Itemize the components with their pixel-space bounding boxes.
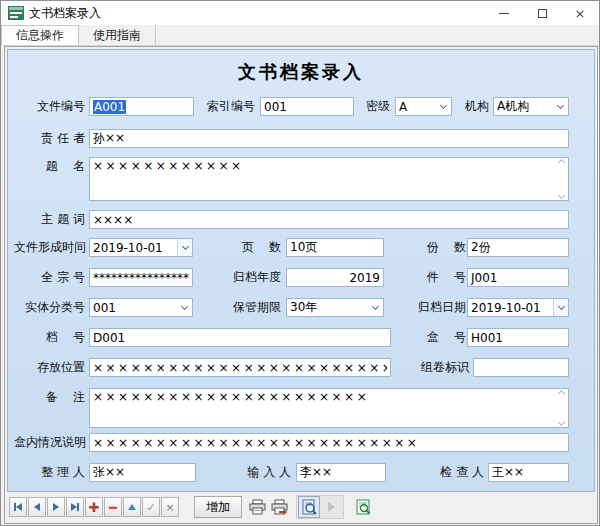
file-code-field[interactable] — [89, 328, 391, 347]
file-code-label: 档 号 — [8, 328, 85, 347]
content-frame: 文书档案录入 文件编号 A001 索引编号 密级 A 机构 A机构 责 任 者 … — [4, 46, 598, 524]
chevron-down-icon — [557, 102, 564, 109]
scroll-down-icon — [558, 419, 565, 426]
form-time-label: 文件形成时间 — [8, 238, 86, 257]
remark-scrollbar[interactable] — [555, 389, 568, 427]
inputter-label: 输 入 人 — [214, 463, 291, 482]
doc-title-textarea[interactable]: ×××××××××××× — [89, 157, 569, 201]
doc-title-scrollbar[interactable] — [555, 158, 568, 200]
form-time-datepicker[interactable]: 2019-10-01 — [89, 238, 193, 257]
print-preview-button[interactable] — [298, 496, 320, 518]
archive-year-label: 归档年度 — [204, 268, 281, 287]
play-icon — [328, 502, 335, 512]
remark-textarea[interactable]: ×××××××××××××××××××××× — [89, 388, 569, 428]
box-desc-field[interactable] — [89, 433, 569, 452]
insert-record-button[interactable]: ✚ — [85, 497, 103, 517]
entity-class-select[interactable]: 001 — [89, 298, 193, 317]
printer-export-icon — [271, 499, 288, 515]
fonds-no-field[interactable] — [89, 268, 193, 287]
cancel-edit-button[interactable]: × — [161, 497, 179, 517]
copies-label: 份 数 — [389, 238, 466, 257]
box-no-field[interactable] — [467, 328, 569, 347]
next-record-icon — [53, 503, 59, 511]
org-select[interactable]: A机构 — [493, 97, 569, 116]
index-no-label: 索引编号 — [178, 97, 255, 116]
first-record-button[interactable] — [9, 497, 27, 517]
edit-icon — [128, 504, 136, 510]
play-disabled-button[interactable] — [320, 496, 342, 518]
prior-record-button[interactable] — [28, 497, 46, 517]
scroll-up-icon — [558, 390, 565, 397]
pages-field[interactable] — [286, 238, 384, 257]
responsible-field[interactable] — [89, 129, 569, 148]
item-no-field[interactable] — [467, 268, 569, 287]
maximize-button[interactable] — [523, 1, 561, 25]
location-label: 存放位置 — [8, 358, 85, 377]
prior-record-icon — [34, 503, 40, 511]
entity-class-label: 实体分类号 — [8, 298, 85, 317]
chevron-down-icon — [181, 243, 188, 250]
location-field[interactable] — [89, 358, 391, 377]
keywords-label: 主 题 词 — [8, 210, 85, 229]
preview-group — [296, 495, 344, 519]
retention-label: 保管期限 — [204, 298, 281, 317]
datepicker-dropdown-button[interactable] — [553, 299, 568, 316]
form-title: 文书档案录入 — [8, 60, 594, 84]
file-no-label: 文件编号 — [8, 97, 85, 116]
chevron-down-icon — [181, 303, 188, 310]
pages-label: 页 数 — [204, 238, 281, 257]
item-no-label: 件 号 — [389, 268, 466, 287]
check-icon: ✓ — [146, 502, 155, 513]
datepicker-dropdown-button[interactable] — [177, 239, 192, 256]
plus-icon: ✚ — [89, 501, 100, 514]
archive-date-label: 归档日期 — [389, 298, 466, 317]
report-magnifier-icon — [355, 499, 372, 515]
form-panel: 文书档案录入 文件编号 A001 索引编号 密级 A 机构 A机构 责 任 者 … — [7, 49, 595, 492]
report-preview-button[interactable] — [352, 496, 374, 518]
org-label: 机构 — [432, 97, 489, 116]
keywords-field[interactable] — [89, 210, 569, 229]
edit-record-button[interactable] — [123, 497, 141, 517]
minus-icon: ━ — [109, 501, 117, 514]
remark-label: 备 注 — [8, 388, 85, 407]
chevron-down-icon — [372, 303, 379, 310]
group-flag-field[interactable] — [473, 358, 569, 377]
printer-icon — [249, 499, 266, 515]
retention-select[interactable]: 30年 — [286, 298, 384, 317]
add-button[interactable]: 增加 — [194, 496, 242, 518]
secret-label: 密级 — [338, 97, 390, 116]
fonds-no-label: 全 宗 号 — [8, 268, 85, 287]
scroll-up-icon — [558, 159, 565, 166]
minimize-icon — [499, 13, 509, 14]
archive-date-datepicker[interactable]: 2019-10-01 — [467, 298, 569, 317]
scroll-down-icon — [558, 192, 565, 199]
delete-record-button[interactable]: ━ — [104, 497, 122, 517]
close-icon: × — [575, 7, 586, 20]
organizer-label: 整 理 人 — [8, 463, 85, 482]
organizer-field[interactable] — [89, 463, 196, 482]
print-export-button[interactable] — [268, 496, 290, 518]
checker-field[interactable] — [488, 463, 569, 482]
tabstrip: 信息操作 使用指南 — [1, 25, 599, 46]
copies-field[interactable] — [467, 238, 569, 257]
record-toolbar: ✚ ━ ✓ × 增加 — [7, 493, 595, 521]
post-edit-button[interactable]: ✓ — [142, 497, 160, 517]
box-no-label: 盒 号 — [389, 328, 466, 347]
maximize-icon — [538, 9, 547, 18]
preview-magnifier-icon — [301, 499, 318, 515]
inputter-field[interactable] — [296, 463, 386, 482]
close-button[interactable]: × — [561, 1, 599, 25]
chevron-down-icon — [557, 303, 564, 310]
last-record-button[interactable] — [66, 497, 84, 517]
selected-text: A001 — [93, 100, 126, 114]
tab-info-operations[interactable]: 信息操作 — [1, 25, 79, 45]
print-button[interactable] — [246, 496, 268, 518]
x-icon: × — [165, 502, 174, 513]
minimize-button[interactable] — [485, 1, 523, 25]
doc-title-label: 题 名 — [8, 157, 85, 176]
checker-label: 检 查 人 — [414, 463, 484, 482]
archive-year-field[interactable] — [286, 268, 384, 287]
box-desc-label: 盒内情况说明 — [8, 433, 86, 452]
next-record-button[interactable] — [47, 497, 65, 517]
tab-user-guide[interactable]: 使用指南 — [79, 25, 156, 45]
